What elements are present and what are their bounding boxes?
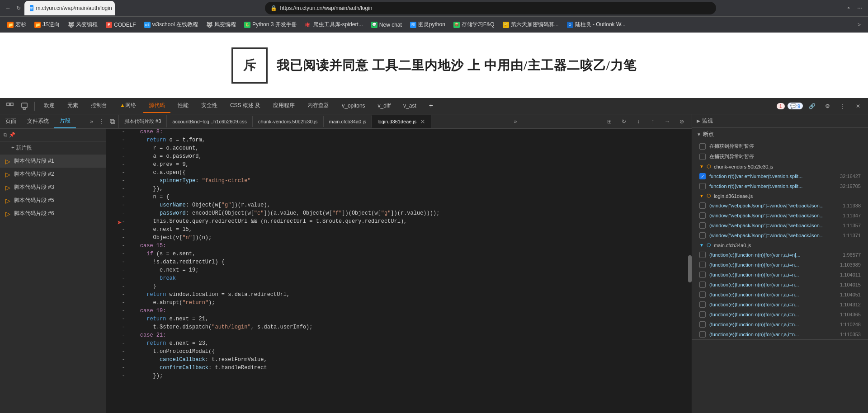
- bookmark-fengbian2[interactable]: 🐺 风变编程: [203, 19, 240, 30]
- bookmark-encrypt[interactable]: 🔐 第六天加密编码算...: [499, 19, 562, 30]
- bookmark-js[interactable]: 📁 JS逆向: [31, 19, 63, 30]
- tab-sources[interactable]: 源代码: [143, 99, 170, 113]
- tab-security[interactable]: 安全性: [196, 99, 223, 113]
- bp-checkbox[interactable]: [699, 202, 706, 209]
- tab-vdiff[interactable]: v_diff: [373, 100, 396, 113]
- bp-checkbox[interactable]: [699, 321, 706, 328]
- bp-checkbox[interactable]: [699, 252, 706, 258]
- bp-checkbox[interactable]: [699, 331, 706, 338]
- chunk-vendors-section[interactable]: ▼ ⬡ chunk-vendors.50b2fc30.js: [692, 162, 868, 171]
- scrollbar-thumb[interactable]: [688, 255, 692, 282]
- code-tab-chunk-vendors[interactable]: chunk-vendors.50b2fc30.js: [253, 116, 323, 127]
- caught-checkbox[interactable]: [699, 143, 706, 150]
- tab-memory[interactable]: 内存查器: [302, 99, 335, 113]
- bp-checkbox[interactable]: [699, 301, 706, 308]
- tab-welcome[interactable]: 欢迎: [38, 99, 60, 113]
- tab-css-overview[interactable]: CSS 概述 及: [225, 99, 266, 113]
- deactivate-icon[interactable]: ⊘: [675, 115, 688, 128]
- bookmark-codelf[interactable]: E CODELF: [102, 20, 140, 30]
- settings-icon[interactable]: ⚙: [821, 100, 834, 113]
- bookmark-newchat[interactable]: 💬 New chat: [368, 20, 406, 30]
- tab-performance[interactable]: 性能: [172, 99, 194, 113]
- cv-triangle: ▼: [699, 164, 704, 169]
- bookmark-tuling[interactable]: 图 图灵python: [406, 19, 449, 30]
- sidebar-more[interactable]: »: [86, 117, 97, 127]
- close-devtools-icon[interactable]: ✕: [852, 100, 864, 113]
- tab-add[interactable]: +: [424, 99, 439, 113]
- bp-checkbox[interactable]: [699, 222, 706, 229]
- tab-filesystem[interactable]: 文件系统: [22, 115, 54, 128]
- tab-pages[interactable]: 页面: [0, 115, 22, 128]
- bp-checkbox[interactable]: [699, 262, 706, 268]
- tab-console[interactable]: 控制台: [85, 99, 113, 113]
- split-editor-icon[interactable]: ⊞: [603, 115, 616, 128]
- tab-snippets[interactable]: 片段: [54, 114, 76, 128]
- browser-tab[interactable]: m m.ctyun.cn/wap/main/auth/login: [24, 1, 115, 15]
- extensions-icon[interactable]: ⚬: [844, 3, 853, 13]
- main-section[interactable]: ▼ ⬡ main.cfcb34a0.js: [692, 240, 868, 250]
- bookmark-fengbian1[interactable]: 🐺 风变编程: [64, 19, 101, 30]
- up-icon[interactable]: ↑: [646, 115, 659, 128]
- error-badge: 1: [777, 103, 785, 109]
- bp-checkbox-checked[interactable]: ✓: [699, 173, 706, 179]
- tab-network[interactable]: ▲网络: [114, 99, 142, 113]
- code-tabs-more[interactable]: »: [510, 117, 521, 127]
- back-icon[interactable]: ←: [4, 3, 13, 13]
- bookmark-hongshan[interactable]: 📁 宏杉: [4, 19, 30, 30]
- add-snippet-button[interactable]: + + 新片段: [0, 141, 106, 155]
- code-tab-accountbind[interactable]: accountBind~log...h1c6b2609.css: [167, 116, 253, 127]
- bookmark-storage[interactable]: 📦 存储学习F&Q: [450, 19, 498, 30]
- sidebar-options-icon[interactable]: ⋮: [97, 117, 106, 127]
- step-over-icon[interactable]: →: [661, 115, 674, 128]
- inspect-icon[interactable]: [4, 100, 16, 113]
- code-line: - return window.location = s.data.redire…: [106, 291, 692, 300]
- device-icon[interactable]: [18, 100, 31, 113]
- bookmark-w3school[interactable]: w3 w3school 在线教程: [141, 19, 202, 30]
- bookmark-spider[interactable]: 🕷 爬虫工具库-spidert...: [302, 19, 367, 30]
- uncaught-checkbox[interactable]: [699, 154, 706, 160]
- code-tab-login[interactable]: login.d361deae.js ✕: [372, 115, 431, 128]
- bp-triangle: ▼: [697, 132, 701, 137]
- bookmark-python[interactable]: 🐍 Python 3 开发手册: [241, 19, 301, 30]
- close-tab-icon[interactable]: ✕: [420, 118, 425, 125]
- refresh-icon[interactable]: ↻: [618, 115, 630, 128]
- bp-checkbox[interactable]: [699, 311, 706, 318]
- code-tab-main[interactable]: main.cfcb34a0.js: [324, 116, 373, 127]
- snippet-item-3[interactable]: ▷ 脚本代码片段 #3: [0, 181, 106, 194]
- sidebar-pin-icon[interactable]: 📌: [9, 132, 15, 138]
- sidebar-copy-icon[interactable]: ⧉: [4, 132, 7, 138]
- devtools-body: 页面 文件系统 片段 » ⋮ ⧉ 📌 + + 新片段: [0, 114, 868, 413]
- bp-checkbox[interactable]: [699, 291, 706, 298]
- menu-icon[interactable]: ⋯: [855, 3, 864, 13]
- more-icon[interactable]: ⋮: [836, 100, 849, 113]
- reload-icon[interactable]: ↻: [14, 3, 23, 13]
- bookmarks-more[interactable]: >: [854, 20, 864, 30]
- bp-checkbox[interactable]: [699, 232, 706, 239]
- bp-checkbox[interactable]: [699, 183, 706, 189]
- code-editor[interactable]: - case 8: - return o = t.form,: [106, 129, 692, 413]
- uncaught-exception-item: 在捕获到异常时暂停: [692, 151, 868, 162]
- bp-checkbox[interactable]: [699, 282, 706, 288]
- message-badge: 💬9: [788, 103, 803, 109]
- sidebar-toggle[interactable]: ⧉: [106, 115, 119, 128]
- code-line: - t.$store.dispatch("auth/login", s.data…: [106, 324, 692, 332]
- bp-item: (function(e){function n(n){for(var r,a,i…: [692, 280, 868, 290]
- tab-vast[interactable]: v_ast: [398, 100, 422, 113]
- snippet-item-5[interactable]: ▷ 脚本代码片段 #5: [0, 194, 106, 207]
- down-icon[interactable]: ↓: [632, 115, 645, 128]
- tab-vopitons[interactable]: v_opitons: [336, 100, 370, 113]
- tab-application[interactable]: 应用程序: [268, 99, 300, 113]
- watch-header[interactable]: ▶ 监视: [692, 114, 868, 127]
- bp-checkbox[interactable]: [699, 272, 706, 278]
- breakpoints-header[interactable]: ▼ 断点: [692, 128, 868, 141]
- snippet-item-1[interactable]: ▷ 脚本代码片段 #1: [0, 155, 106, 168]
- snippet-item-6[interactable]: ▷ 脚本代码片段 #6: [0, 207, 106, 220]
- bookmark-outlook[interactable]: O 陆柱良 - Outlook W...: [563, 19, 629, 30]
- snippet-item-2[interactable]: ▷ 脚本代码片段 #2: [0, 168, 106, 181]
- code-tab-snippet3[interactable]: 脚本代码片段 #3: [119, 115, 167, 127]
- link-icon[interactable]: 🔗: [806, 100, 818, 113]
- login-section[interactable]: ▼ ⬡ login.d361deae.js: [692, 191, 868, 201]
- tab-elements[interactable]: 元素: [62, 99, 84, 113]
- code-line: - t.onProtocolModal({: [106, 348, 692, 357]
- bp-checkbox[interactable]: [699, 212, 706, 219]
